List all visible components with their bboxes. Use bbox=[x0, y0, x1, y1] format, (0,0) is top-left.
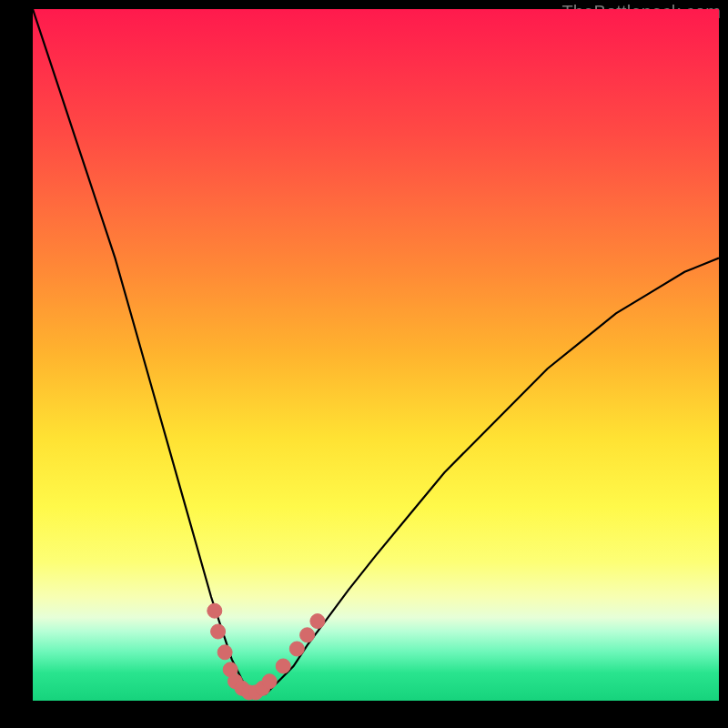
data-marker bbox=[289, 642, 304, 656]
plot-area bbox=[33, 9, 719, 701]
data-marker bbox=[310, 614, 325, 629]
data-marker bbox=[262, 674, 277, 689]
bottleneck-curve bbox=[33, 9, 719, 693]
data-marker bbox=[217, 645, 232, 660]
chart-stage: TheBottleneck.com bbox=[0, 0, 728, 728]
data-marker bbox=[211, 624, 226, 639]
marker-group bbox=[207, 603, 325, 700]
data-marker bbox=[207, 603, 222, 618]
data-marker bbox=[300, 628, 315, 642]
chart-svg bbox=[33, 9, 719, 701]
data-marker bbox=[276, 659, 290, 673]
